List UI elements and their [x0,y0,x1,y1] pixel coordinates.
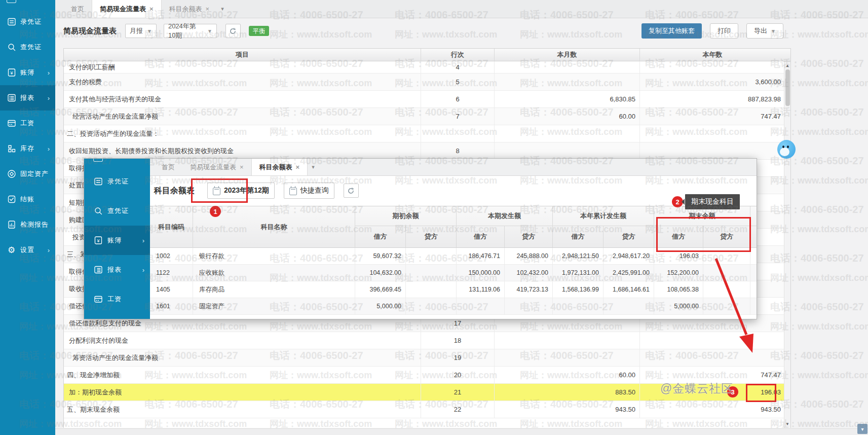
cell-item: 支付的职工薪酬 [64,61,421,73]
report-icon [93,265,103,275]
tab-label: 首页 [162,163,175,172]
popup-sidebar-item-voucher-search[interactable]: 查凭证 [84,196,150,226]
annotation-box-period-picker [191,178,248,203]
community-watermark: @金蝶云社区 [660,381,733,396]
table-row[interactable]: 1122应收账款104,632.00150,000.00102,432.001,… [150,265,757,281]
sidebar-item-audit-report[interactable]: 检测报告 [0,212,55,237]
period-select[interactable]: 2024年第10期 ▼ [164,24,217,38]
cell-amount: 2,948,617.20 [603,248,654,264]
button-label: 打印 [718,26,731,35]
cell-account-code: 1601 [150,298,193,314]
cell-item: 分配利润支付的现金 [64,332,421,349]
cell-amount: 59,607.32 [355,248,406,264]
popup-tab-cashflow[interactable]: 简易现金流量表 × [182,159,251,175]
refresh-button[interactable] [225,24,241,38]
ledger-icon: ¥ [7,68,16,78]
group-header-current-period: 本期发生额 [457,206,553,226]
table-row[interactable]: 1601固定资产5,000.005,000.00 [150,298,757,315]
popup-title: 科目余额表 [154,186,195,196]
calendar-icon [289,188,297,195]
group-header-opening-balance: 期初余额 [355,206,457,226]
annotation-box-ending-balance [656,217,751,252]
tab-home[interactable]: 首页 [63,0,92,18]
sidebar-item-ledger[interactable]: ¥ 账簿 › [0,60,55,85]
tab-label: 首页 [71,5,84,14]
sidebar-item-voucher-entry[interactable]: 录凭证 [0,9,55,34]
table-row: 五、期末现金余额22943.50943.50 [64,401,785,418]
balance-status-badge: 平衡 [249,26,269,36]
copy-to-other-books-button[interactable]: 复制至其他账套 [641,23,702,39]
group-header-filler [750,206,757,226]
close-icon[interactable]: × [206,5,210,13]
tab-bar: 首页 简易现金流量表 × 科目余额表 × ▾ [55,0,868,18]
period-value: 2024年第10期 [168,22,203,40]
cell-amount: 419,723.13 [505,281,553,298]
table-header: 项目 行次 本月数 本年数 [64,49,790,61]
cell-item: 二、投资活动产生的现金流量： [64,125,421,142]
refresh-icon [347,187,355,195]
popup-refresh-button[interactable] [344,184,359,198]
subheader-credit: 贷方 [406,226,457,247]
cell-month-amount [495,125,640,142]
cell-year-amount [640,142,785,159]
sidebar-item-label: 固定资产 [20,169,49,178]
close-icon[interactable]: × [240,163,244,171]
cell-month-amount: 943.50 [495,401,640,418]
scroll-up-icon[interactable]: ▲ [784,62,790,68]
print-button[interactable]: 打印 [710,23,738,39]
popup-sidebar-item-reports[interactable]: 报表 › [84,255,150,284]
cell-account-code: 1405 [150,281,193,298]
table-row: 分配利润支付的现金18 [64,332,785,349]
cell-amount: 5,000.00 [654,298,703,314]
popup-tab-bar: 首页 简易现金流量表 × 科目余额表 × ▾ [150,159,757,176]
report-toolbar: 简易现金流量表 月报 ▼ 2024年第10期 ▼ 平衡 复制至其他账套 打印 导… [55,19,868,43]
table-row[interactable]: 1405库存商品396,669.45131,119.06419,723.131,… [150,281,757,298]
cell-item: 五、期末现金余额 [64,401,421,418]
chevron-right-icon: › [48,69,50,77]
chevron-right-icon: › [48,246,50,254]
cell-amount: 1,568,136.99 [553,281,603,298]
vertical-scrollbar[interactable]: ▲ ▼ [784,61,790,428]
cell-line-no: 4 [421,61,495,73]
close-icon[interactable]: × [296,163,300,171]
tab-account-balance[interactable]: 科目余额表 × [162,0,217,18]
refresh-icon [229,27,237,35]
tab-list-dropdown[interactable]: ▾ [308,159,319,175]
cell-item: 筹资活动产生的现金流量净额 [64,349,421,366]
sidebar-item-label: 工资 [20,119,34,128]
sidebar-item-inventory[interactable]: 库存 › [0,136,55,161]
export-button[interactable]: 导出 ▼ [746,23,783,39]
tab-label: 科目余额表 [259,163,292,172]
popup-tab-home[interactable]: 首页 [154,159,182,175]
voucher-search-icon [7,43,16,52]
sidebar-item-fixed-assets[interactable]: 固定资产 [0,161,55,187]
assistant-mascot[interactable] [777,140,796,159]
annotation-tooltip: 期末现金科目 [685,194,740,209]
sidebar-item-salary[interactable]: 工资 [0,111,55,136]
cell-amount: 150,000.00 [457,265,505,281]
scroll-down-icon[interactable]: ▼ [784,421,790,427]
cut-off-icon [7,0,16,3]
corner-widget-button[interactable]: ▾ [857,424,867,434]
chevron-down-icon: ▼ [207,28,212,34]
report-type-select[interactable]: 月报 ▼ [125,24,157,38]
sidebar-item-settings[interactable]: ⚙ 设置 › [0,237,55,263]
quick-query-button[interactable]: 快捷查询 [284,183,334,199]
annotation-box-opening-cash [746,384,776,402]
tab-cashflow-statement[interactable]: 简易现金流量表 × [92,0,162,18]
popup-sidebar-item-voucher-entry[interactable]: 录凭证 [84,167,150,196]
sidebar-item-label: 报表 [107,265,122,274]
sidebar-item-reports[interactable]: 报表 › [0,85,55,111]
popup-sidebar-item-ledger[interactable]: ¥ 账簿 › [84,226,150,255]
scrollbar-thumb[interactable] [785,69,790,106]
cell-account-code: 1002 [150,248,193,264]
popup-tab-account-balance[interactable]: 科目余额表 × [251,159,308,175]
popup-sidebar-item-salary[interactable]: 工资 [84,284,150,314]
cell-month-amount: 6,830.85 [495,91,640,107]
cell-amount: 131,119.06 [457,281,505,298]
fixed-asset-icon [7,169,16,179]
tab-list-dropdown[interactable]: ▾ [217,0,228,18]
sidebar-item-voucher-search[interactable]: 查凭证 [0,34,55,60]
close-icon[interactable]: × [149,5,154,13]
sidebar-item-closing[interactable]: 结账 [0,187,55,212]
